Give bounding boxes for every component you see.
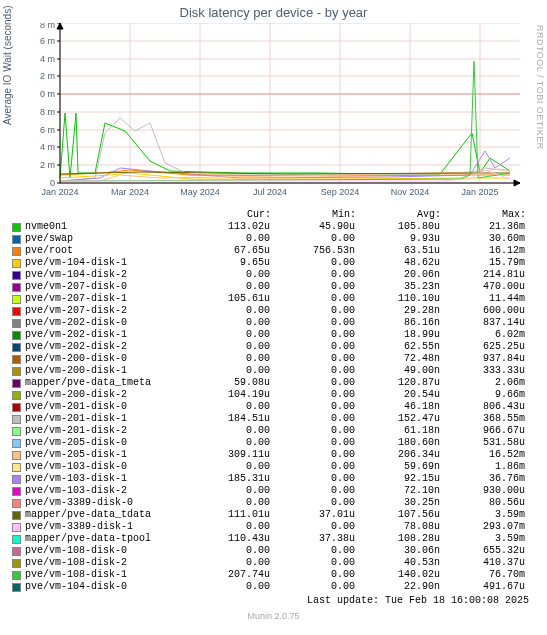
legend-max: 36.76m bbox=[440, 473, 525, 485]
legend-cur: 0.00 bbox=[185, 425, 270, 437]
legend-avg: 92.15u bbox=[355, 473, 440, 485]
legend-cur: 110.43u bbox=[185, 533, 270, 545]
legend-swatch bbox=[12, 223, 21, 232]
legend-max: 293.07m bbox=[440, 521, 525, 533]
legend-avg: 35.23n bbox=[355, 281, 440, 293]
legend-avg: 20.54u bbox=[355, 389, 440, 401]
legend-cur: 0.00 bbox=[185, 353, 270, 365]
col-max: Max: bbox=[441, 209, 526, 221]
legend-avg: 86.16n bbox=[355, 317, 440, 329]
legend-cur: 0.00 bbox=[185, 281, 270, 293]
legend-cur: 0.00 bbox=[185, 461, 270, 473]
legend-min: 0.00 bbox=[270, 461, 355, 473]
legend-row: pve/vm-108-disk-00.000.0030.06n655.32u bbox=[12, 545, 547, 557]
legend-avg: 30.25n bbox=[355, 497, 440, 509]
legend-swatch bbox=[12, 259, 21, 268]
ytick: 0.8 m bbox=[40, 107, 55, 117]
legend-avg: 49.00n bbox=[355, 365, 440, 377]
legend-name: pve/vm-200-disk-1 bbox=[25, 365, 185, 377]
col-avg: Avg: bbox=[356, 209, 441, 221]
chart-svg: 0 0.2 m 0.4 m 0.6 m 0.8 m 1.0 m 1.2 m 1.… bbox=[40, 23, 530, 203]
legend-name: pve/vm-108-disk-1 bbox=[25, 569, 185, 581]
legend-row: pve/vm-104-disk-20.000.0020.06n214.81u bbox=[12, 269, 547, 281]
legend-row: pve/vm-200-disk-00.000.0072.48n937.84u bbox=[12, 353, 547, 365]
legend-cur: 0.00 bbox=[185, 341, 270, 353]
legend-min: 45.90u bbox=[270, 221, 355, 233]
xtick: Mar 2024 bbox=[111, 187, 149, 197]
legend-avg: 62.55n bbox=[355, 341, 440, 353]
legend-row: pve/vm-202-disk-20.000.0062.55n625.25u bbox=[12, 341, 547, 353]
legend-avg: 29.28n bbox=[355, 305, 440, 317]
legend-swatch bbox=[12, 475, 21, 484]
ytick: 1.6 m bbox=[40, 36, 55, 46]
legend-name: pve/vm-200-disk-0 bbox=[25, 353, 185, 365]
legend-avg: 9.93u bbox=[355, 233, 440, 245]
legend-cur: 0.00 bbox=[185, 305, 270, 317]
last-update: Last update: Tue Feb 18 16:00:08 2025 bbox=[0, 593, 547, 608]
legend-max: 966.67u bbox=[440, 425, 525, 437]
legend-min: 0.00 bbox=[270, 257, 355, 269]
legend-cur: 0.00 bbox=[185, 485, 270, 497]
legend-min: 0.00 bbox=[270, 557, 355, 569]
legend-swatch bbox=[12, 355, 21, 364]
legend-name: pve/vm-103-disk-2 bbox=[25, 485, 185, 497]
legend-max: 625.25u bbox=[440, 341, 525, 353]
legend-row: pve/vm-205-disk-1309.11u0.00206.34u16.52… bbox=[12, 449, 547, 461]
legend-cur: 0.00 bbox=[185, 581, 270, 593]
legend-cur: 111.01u bbox=[185, 509, 270, 521]
legend-max: 837.14u bbox=[440, 317, 525, 329]
legend-swatch bbox=[12, 235, 21, 244]
legend-avg: 46.18n bbox=[355, 401, 440, 413]
legend-avg: 108.28u bbox=[355, 533, 440, 545]
legend-min: 0.00 bbox=[270, 485, 355, 497]
legend-cur: 105.61u bbox=[185, 293, 270, 305]
legend-cur: 0.00 bbox=[185, 329, 270, 341]
col-cur: Cur: bbox=[186, 209, 271, 221]
legend-avg: 107.56u bbox=[355, 509, 440, 521]
legend-row: pve/vm-207-disk-00.000.0035.23n470.00u bbox=[12, 281, 547, 293]
legend-name: pve/vm-3389-disk-1 bbox=[25, 521, 185, 533]
legend-max: 11.44m bbox=[440, 293, 525, 305]
legend-max: 16.52m bbox=[440, 449, 525, 461]
legend-min: 0.00 bbox=[270, 281, 355, 293]
rrdtool-credit: RRDTOOL / TOBI OETIKER bbox=[535, 25, 545, 150]
legend-name: nvme0n1 bbox=[25, 221, 185, 233]
legend-max: 214.81u bbox=[440, 269, 525, 281]
legend: Cur: Min: Avg: Max: nvme0n1113.02u45.90u… bbox=[12, 209, 547, 593]
legend-min: 0.00 bbox=[270, 401, 355, 413]
legend-max: 76.70m bbox=[440, 569, 525, 581]
legend-avg: 22.90n bbox=[355, 581, 440, 593]
plot-area: 0 0.2 m 0.4 m 0.6 m 0.8 m 1.0 m 1.2 m 1.… bbox=[40, 23, 530, 203]
legend-swatch bbox=[12, 463, 21, 472]
legend-min: 0.00 bbox=[270, 545, 355, 557]
legend-name: pve/vm-205-disk-0 bbox=[25, 437, 185, 449]
legend-min: 0.00 bbox=[270, 497, 355, 509]
legend-row: pve/vm-200-disk-10.000.0049.00n333.33u bbox=[12, 365, 547, 377]
legend-swatch bbox=[12, 583, 21, 592]
ytick: 0.2 m bbox=[40, 160, 55, 170]
legend-min: 0.00 bbox=[270, 269, 355, 281]
legend-max: 410.37u bbox=[440, 557, 525, 569]
svg-rect-0 bbox=[60, 23, 520, 183]
xtick: Sep 2024 bbox=[321, 187, 360, 197]
legend-name: pve/vm-202-disk-1 bbox=[25, 329, 185, 341]
legend-max: 531.58u bbox=[440, 437, 525, 449]
legend-min: 0.00 bbox=[270, 437, 355, 449]
legend-name: pve/vm-108-disk-2 bbox=[25, 557, 185, 569]
legend-min: 37.01u bbox=[270, 509, 355, 521]
legend-row: pve/vm-201-disk-20.000.0061.18n966.67u bbox=[12, 425, 547, 437]
legend-max: 3.59m bbox=[440, 509, 525, 521]
legend-swatch bbox=[12, 295, 21, 304]
ytick: 1.4 m bbox=[40, 54, 55, 64]
legend-max: 806.43u bbox=[440, 401, 525, 413]
munin-version: Munin 2.0.75 bbox=[0, 608, 547, 626]
legend-swatch bbox=[12, 535, 21, 544]
legend-min: 0.00 bbox=[270, 449, 355, 461]
ytick: 0.4 m bbox=[40, 142, 55, 152]
legend-cur: 0.00 bbox=[185, 269, 270, 281]
legend-swatch bbox=[12, 451, 21, 460]
legend-swatch bbox=[12, 427, 21, 436]
legend-name: pve/vm-207-disk-0 bbox=[25, 281, 185, 293]
legend-name: pve/vm-103-disk-0 bbox=[25, 461, 185, 473]
legend-min: 0.00 bbox=[270, 341, 355, 353]
